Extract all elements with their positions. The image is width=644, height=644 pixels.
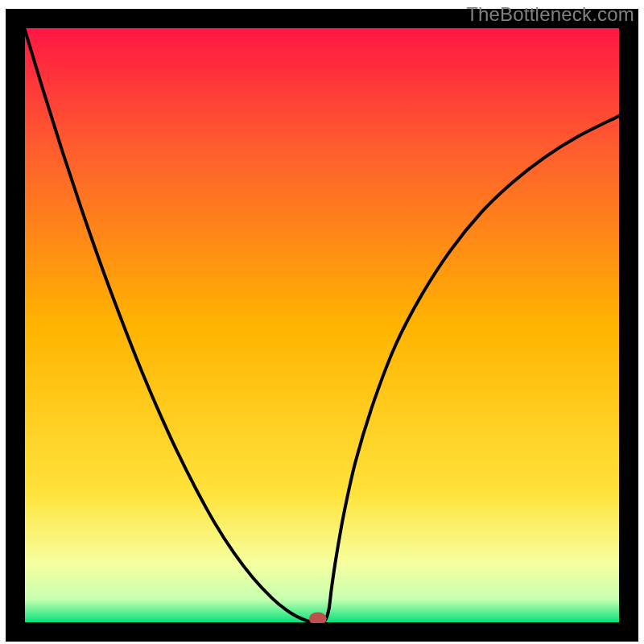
plot-background (24, 27, 620, 623)
chart-stage: TheBottleneck.com (0, 0, 644, 644)
watermark-text: TheBottleneck.com (466, 3, 634, 26)
bottleneck-plot (0, 0, 644, 644)
